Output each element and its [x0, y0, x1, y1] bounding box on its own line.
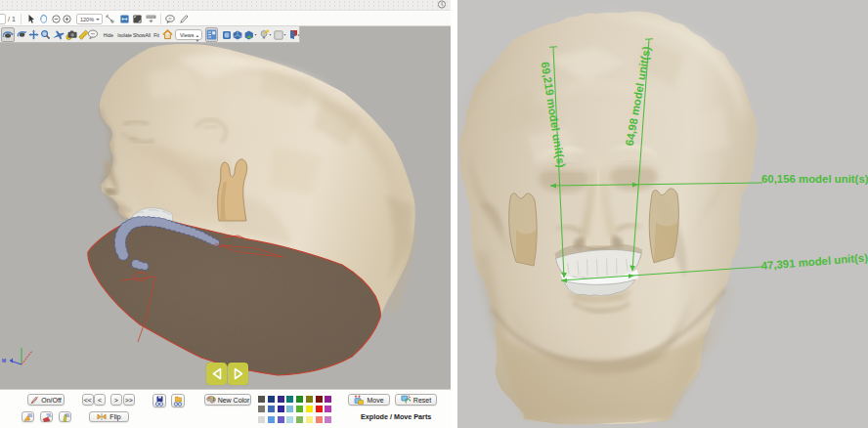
palette-swatch[interactable]	[258, 416, 265, 423]
comment-3d-button[interactable]	[86, 27, 99, 42]
palette-swatch[interactable]	[286, 406, 293, 412]
palette-swatch[interactable]	[268, 396, 275, 403]
render-mode-button[interactable]	[243, 27, 258, 42]
onoff-label: On/Off	[41, 397, 62, 404]
last-label: >>	[125, 397, 133, 404]
views-dropdown[interactable]: Views ▴▾	[175, 29, 202, 40]
hide-button[interactable]: Hide	[101, 27, 116, 42]
pan-tool-button[interactable]	[27, 27, 39, 42]
perspective-button[interactable]	[232, 27, 242, 42]
palette-swatch[interactable]	[258, 396, 265, 403]
section-z-icon	[61, 412, 70, 422]
prev-part-button[interactable]	[206, 363, 227, 385]
clock-icon[interactable]	[437, 0, 447, 10]
save-view-button[interactable]	[152, 394, 166, 407]
toolbar-separator	[160, 14, 161, 24]
rotate-tool-button[interactable]	[1, 27, 15, 42]
reset-button[interactable]: Reset	[395, 394, 437, 406]
section-x-button[interactable]	[22, 411, 34, 422]
palette-swatch[interactable]	[258, 406, 265, 412]
next-button[interactable]: >	[110, 394, 122, 406]
right-height-top-tick	[645, 39, 653, 40]
isolate-label: Isolate	[117, 32, 132, 38]
3d-viewport-left[interactable]: M	[0, 26, 451, 389]
palette-swatch[interactable]	[268, 416, 275, 423]
zoom-level-value: 120%	[80, 17, 94, 22]
palette-swatch[interactable]	[278, 396, 284, 403]
first-label: <<	[84, 397, 92, 404]
show-all-button[interactable]: ShowAll	[133, 27, 151, 42]
prev-arrow-icon	[211, 367, 223, 380]
palette-swatch[interactable]	[286, 416, 293, 423]
model-tree-button[interactable]	[205, 27, 218, 42]
new-color-button[interactable]: New Color	[204, 394, 251, 406]
prev-label: <	[98, 397, 102, 404]
move-icon	[354, 395, 365, 405]
move-button[interactable]: Move	[348, 394, 390, 406]
prev-button[interactable]: <	[94, 394, 106, 406]
palette-swatch[interactable]	[286, 396, 293, 403]
fit-height-icon[interactable]	[106, 14, 114, 24]
measurement-panel: 60,156 model unit(s) 47,391 model unit(s…	[457, 0, 868, 428]
palette-swatch[interactable]	[316, 396, 323, 403]
save-view-icon	[154, 396, 165, 407]
section-z-button[interactable]	[59, 411, 71, 422]
flip-button[interactable]: Flip	[89, 411, 129, 422]
zoom-level-combo[interactable]: 120%	[76, 14, 103, 24]
fit-width-icon[interactable]	[120, 14, 129, 24]
left-height-top-tick	[549, 47, 557, 48]
palette-swatch[interactable]	[296, 396, 303, 403]
select-tool-icon[interactable]	[27, 14, 35, 24]
next-part-button[interactable]	[228, 363, 248, 385]
camera-tool-icon	[65, 29, 77, 40]
last-button[interactable]: >>	[123, 394, 135, 406]
isolate-button[interactable]: Isolate	[116, 27, 133, 42]
panel-divider	[451, 0, 457, 428]
palette-swatch[interactable]	[278, 406, 284, 412]
fly-tool-button[interactable]	[51, 27, 65, 42]
palette-swatch[interactable]	[306, 416, 313, 423]
default-view-button[interactable]	[221, 27, 232, 42]
home-view-button[interactable]	[161, 27, 173, 42]
lighting-icon	[259, 29, 272, 40]
onoff-pencil-icon	[30, 396, 39, 405]
pan-tool-icon	[28, 29, 39, 40]
section-y-button[interactable]	[40, 411, 53, 422]
zoom-in-icon[interactable]	[63, 14, 71, 24]
pencil-icon[interactable]	[178, 14, 189, 24]
spin-tool-button[interactable]	[16, 27, 27, 42]
hand-tool-icon[interactable]	[39, 14, 48, 24]
page-number-input[interactable]	[0, 14, 6, 24]
palette-swatch[interactable]	[316, 416, 323, 423]
hide-label: Hide	[104, 32, 113, 38]
move-label: Move	[367, 397, 383, 404]
onoff-button[interactable]: On/Off	[27, 394, 65, 406]
fit-label: Fit	[153, 32, 159, 38]
right-ramus-left-shade	[516, 230, 537, 266]
zoom-tool-button[interactable]	[39, 27, 51, 42]
fullscreen-icon[interactable]	[133, 14, 142, 24]
background-color-button[interactable]	[273, 27, 287, 42]
load-view-button[interactable]	[171, 394, 185, 407]
flip-icon	[97, 412, 107, 421]
toolbar-options-icon[interactable]	[146, 14, 156, 24]
comment-3d-icon	[87, 29, 99, 40]
camera-tool-button[interactable]	[65, 27, 77, 42]
palette-swatch[interactable]	[325, 406, 331, 412]
palette-swatch[interactable]	[325, 416, 331, 423]
acrobat-left-panel: / 1 120%	[0, 0, 451, 428]
palette-swatch[interactable]	[296, 406, 303, 412]
lighting-button[interactable]	[258, 27, 273, 42]
cross-section-button[interactable]	[287, 27, 301, 42]
palette-swatch[interactable]	[268, 406, 275, 412]
first-button[interactable]: <<	[82, 394, 94, 406]
palette-swatch[interactable]	[325, 396, 331, 403]
palette-swatch[interactable]	[278, 416, 284, 423]
zoom-out-icon[interactable]	[52, 14, 61, 24]
palette-swatch[interactable]	[306, 406, 313, 412]
comment-icon[interactable]	[165, 14, 175, 24]
palette-swatch[interactable]	[316, 406, 323, 412]
fit-button[interactable]: Fit	[152, 27, 161, 42]
palette-swatch[interactable]	[296, 416, 303, 423]
palette-swatch[interactable]	[306, 396, 313, 403]
